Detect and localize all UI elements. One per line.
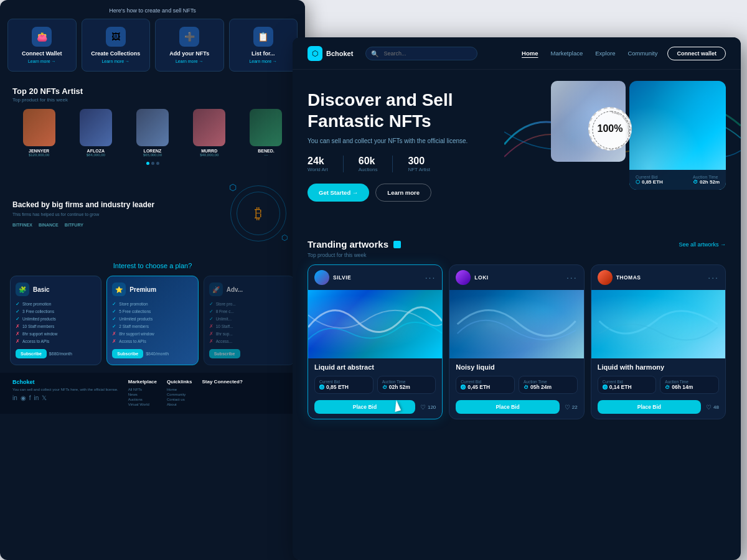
thomas-title: Liquid with harmony <box>591 358 725 373</box>
nav-explore[interactable]: Explore <box>595 50 615 57</box>
dot-2[interactable] <box>151 162 154 165</box>
dot-1[interactable] <box>146 162 149 165</box>
feature-premium-3: ✓2 Staff members <box>112 324 192 329</box>
thomas-bid-row: Current Bid ⬡ 0,14 ETH Auction Time ⏱ 06… <box>591 373 725 396</box>
nav-community[interactable]: Community <box>627 50 657 57</box>
loki-title: Noisy liquid <box>449 358 583 373</box>
place-bid-loki-button[interactable]: Place Bid <box>456 400 559 414</box>
feature-adv-5: ✗Access... <box>209 338 289 344</box>
subscribe-premium-button[interactable]: Subscribe <box>112 349 143 358</box>
artist-card-1[interactable]: AFLOZA $84,000,00 <box>69 109 122 157</box>
silvie-bid-row: Current Bid ⬡ 0,85 ETH Auction Time ⏱ 02… <box>308 373 442 396</box>
loki-auction-value: ⏱ 05h 24m <box>524 384 573 390</box>
loki-more-dots[interactable]: ··· <box>566 273 578 282</box>
artist-card-3[interactable]: MURRD $40,000,00 <box>183 109 236 157</box>
footer-link-news[interactable]: News <box>128 393 157 396</box>
see-all-artworks-link[interactable]: See all artworks → <box>679 241 726 248</box>
linkedin2-icon[interactable]: in <box>34 394 39 401</box>
feature-premium-0: ✓Store promotion <box>112 301 192 307</box>
dot-3[interactable] <box>156 162 159 165</box>
thomas-art-image <box>591 290 725 358</box>
hero-title: Discover and Sell Fantastic NFTs <box>308 90 532 131</box>
facebook-icon[interactable]: f <box>29 394 31 401</box>
stat-world-art: 24k World Art <box>308 156 344 172</box>
feature-premium-1: ✓5 Free collections <box>112 309 192 314</box>
footer-link-home[interactable]: Home <box>167 388 192 391</box>
search-icon: 🔍 <box>371 50 378 57</box>
feature-adv-1: ✓8 Free c... <box>209 309 289 314</box>
basic-price-row: Subscribe $680/month <box>16 349 96 358</box>
steps-row: 👛 Connect Wallet Learn more → 🖼 Create C… <box>0 19 305 79</box>
artist-card-4[interactable]: BENED. --- <box>240 109 293 157</box>
twitter-icon[interactable]: 𝕏 <box>42 394 47 401</box>
trusted-badge: 100% Trusted • Trusted • Trusted • <box>588 107 632 151</box>
hero-bid-value: ⬡ 0,85 ETH <box>636 179 663 185</box>
silvie-more-dots[interactable]: ··· <box>425 273 436 282</box>
silvie-swirl-svg <box>308 290 442 358</box>
footer-link-auctions[interactable]: Auctions <box>128 398 157 401</box>
list-icon: 📋 <box>253 27 273 47</box>
stat-nft-artist: 300 NFT Artist <box>408 156 444 172</box>
thomas-auction-value: ⏱ 06h 14m <box>665 384 714 390</box>
step-title-2: Add your NFTs <box>161 50 218 57</box>
search-bar: 🔍 <box>365 47 477 60</box>
nav-home[interactable]: Home <box>522 50 538 57</box>
heart-icon-thomas: ♡ <box>706 404 712 411</box>
plan-basic: 🧩 Basic ✓Store promotion ✓3 Free collect… <box>10 276 101 365</box>
get-started-button[interactable]: Get Started → <box>308 184 369 202</box>
footer-stay-connected: Stay Connected? <box>202 379 242 408</box>
footer-link-community[interactable]: Community <box>167 393 192 396</box>
search-input[interactable] <box>365 47 477 60</box>
footer-link-contact[interactable]: Contact us <box>167 398 192 401</box>
plan-basic-name: Basic <box>33 286 50 293</box>
hero-bid-overlay: Current Bid ⬡ 0,85 ETH Auction Time ⏱ 02… <box>629 170 726 190</box>
top-artists-title: Top 20 NFTs Artist <box>12 86 293 96</box>
connect-wallet-button[interactable]: Connect wallet <box>667 47 726 60</box>
section-header: Tranding artworks See all artworks → <box>308 239 726 250</box>
basic-price: $680/month <box>49 352 72 356</box>
footer-link-about[interactable]: About <box>167 403 192 406</box>
stat-auctions: 60k Auctions <box>359 156 393 172</box>
feature-premium-5: ✗Access to APIs <box>112 338 192 344</box>
advanced-price-row: Subscribe <box>209 349 289 358</box>
clock-loki: ⏱ <box>524 385 529 390</box>
plan-advanced-name: Adv... <box>227 286 243 293</box>
silvie-auction-value: ⏱ 02h 52m <box>382 384 431 390</box>
navbar: ⬡ Bchoket 🔍 Home Marketplace Explore Com… <box>293 37 741 70</box>
place-bid-thomas-button[interactable]: Place Bid <box>598 400 701 414</box>
clock-thomas: ⏱ <box>665 385 670 390</box>
loki-art-image <box>449 290 583 358</box>
artist-card-0[interactable]: JENNYER $120,000,00 <box>12 109 65 157</box>
step-link-2[interactable]: Learn more → <box>161 59 218 63</box>
silvie-artist-info: SILVIE <box>314 270 351 285</box>
step-link-0[interactable]: Learn more → <box>13 59 71 63</box>
loki-like-count: 22 <box>572 404 578 410</box>
pricing-cards: 🧩 Basic ✓Store promotion ✓3 Free collect… <box>10 276 295 365</box>
backed-section: Backed by big firms and industry leader … <box>0 172 305 254</box>
footer-link-allnfts[interactable]: All NFTs <box>128 388 157 391</box>
linkedin-icon[interactable]: in <box>12 394 17 401</box>
loki-avatar <box>456 270 471 285</box>
add-nft-icon: ➕ <box>179 27 199 47</box>
eth-icon-silvie: ⬡ <box>319 385 324 390</box>
feature-premium-2: ✓Unlimited products <box>112 316 192 322</box>
footer-logo: Bchoket <box>12 379 118 385</box>
subscribe-advanced-button[interactable]: Subscribe <box>209 349 240 358</box>
silvie-card-footer: Place Bid ♡ 120 <box>308 396 442 419</box>
learn-more-button[interactable]: Learn more <box>375 184 431 202</box>
wallet-icon: 👛 <box>32 27 52 47</box>
step-create-collections: 🖼 Create Collections Learn more → <box>82 19 151 72</box>
step-link-3[interactable]: Learn more → <box>235 59 293 63</box>
footer-marketplace-title: Marketplace <box>128 379 157 385</box>
eth-icon-loki: ⬡ <box>461 385 466 390</box>
step-link-1[interactable]: Learn more → <box>87 59 145 63</box>
carousel-dots <box>12 162 293 165</box>
instagram-icon[interactable]: ◉ <box>21 394 26 401</box>
subscribe-basic-button[interactable]: Subscribe <box>16 349 47 358</box>
nav-marketplace[interactable]: Marketplace <box>550 50 583 57</box>
footer-link-virtualworld[interactable]: Virtual World <box>128 403 157 406</box>
feature-basic-5: ✗Access to APIs <box>16 338 96 344</box>
thomas-more-dots[interactable]: ··· <box>708 273 719 282</box>
artist-card-2[interactable]: LORENZ $65,000,00 <box>126 109 179 157</box>
hero-stats: 24k World Art 60k Auctions 300 NFT Artis… <box>308 156 532 172</box>
